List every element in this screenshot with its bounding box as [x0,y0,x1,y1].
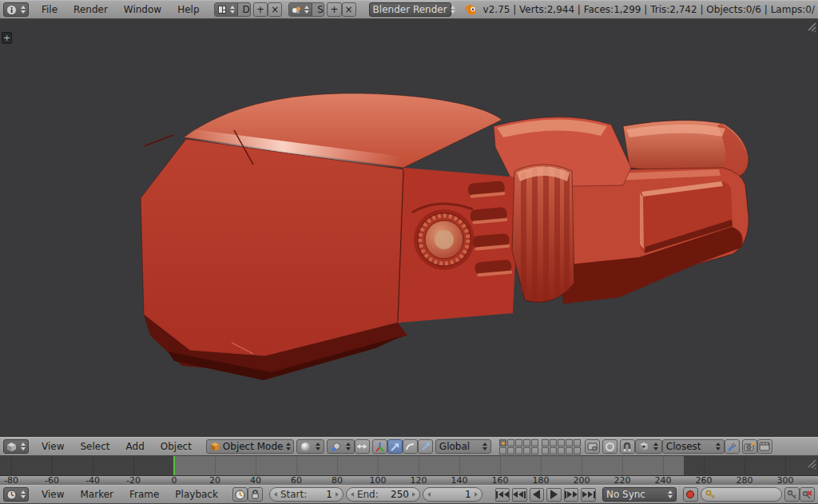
layer-cell[interactable] [574,439,581,446]
ruler-tick-label: 20 [209,475,220,485]
layer-cell[interactable] [515,439,522,446]
snap-element-selector[interactable] [635,439,662,454]
keying-set-field[interactable] [701,487,782,502]
current-frame-value: 1 [465,489,471,500]
preview-range-button[interactable] [232,487,248,502]
timeline-track[interactable] [0,456,818,475]
proportional-edit-button[interactable] [602,439,617,454]
ruler-tick-label: 60 [291,475,302,485]
jump-to-end-button[interactable] [581,488,596,502]
menu-view[interactable]: View [34,438,72,455]
jump-prev-keyframe-button[interactable] [512,488,527,502]
ruler-tick-label: 100 [370,475,387,485]
layer-cell[interactable] [531,439,538,446]
current-frame-field[interactable]: 1 [423,487,482,502]
layers-group-2[interactable] [542,439,581,454]
snap-target-selector[interactable]: Closest [662,439,725,454]
layer-cell[interactable] [542,439,549,446]
add-scene-button[interactable]: + [327,2,341,17]
play-button[interactable] [546,488,562,502]
opengl-render-button[interactable] [742,439,757,454]
mode-selector[interactable]: Object Mode [206,439,294,454]
menu-marker[interactable]: Marker [72,486,121,503]
add-region-button[interactable]: + [2,32,12,44]
end-frame-field[interactable]: End: 250 [346,487,420,502]
opengl-render-anim-button[interactable] [757,439,772,454]
viewport-3d[interactable]: + [0,19,818,437]
mode-value: Object Mode [223,441,284,452]
lock-camera-icon [587,442,598,452]
layer-cell[interactable] [523,447,530,454]
scene-lock-button[interactable] [585,439,600,454]
layer-cell[interactable] [542,447,549,454]
layer-cell[interactable] [550,447,557,454]
frame-gridline [500,456,501,475]
rotate-manipulator-button[interactable] [403,439,418,454]
view3d-editor-selector[interactable] [3,439,29,454]
menu-frame[interactable]: Frame [121,486,167,503]
menu-add[interactable]: Add [118,438,153,455]
menu-render[interactable]: Render [66,1,116,18]
layer-cell[interactable] [566,439,573,446]
close-layout-button[interactable]: × [268,2,282,17]
insert-keyframe-button[interactable] [784,487,800,502]
snap-toggle-button[interactable] [620,439,635,454]
jump-next-keyframe-button[interactable] [564,488,579,502]
snap-self-button[interactable] [725,439,740,454]
screen-layout-selector[interactable]: Default [214,2,252,17]
layer-cell[interactable] [499,447,506,454]
proportional-circle-icon [605,442,615,452]
translate-manipulator-button[interactable] [387,439,403,454]
menu-select[interactable]: Select [72,438,117,455]
layer-cell[interactable] [566,447,573,454]
layer-cell[interactable] [558,439,565,446]
orientation-value: Global [439,441,470,452]
close-scene-button[interactable]: × [342,2,356,17]
play-reverse-button[interactable] [530,488,545,502]
scene-selector[interactable]: Scene [288,2,324,17]
manipulate-center-points-button[interactable] [355,439,370,454]
layer-cell[interactable] [507,439,514,446]
layer-cell[interactable] [558,447,565,454]
menu-tl-view[interactable]: View [34,486,72,503]
delete-keyframe-button[interactable] [800,487,815,502]
menu-file[interactable]: File [34,1,66,18]
auto-keyframe-button[interactable] [683,487,698,502]
viewport-resize-handle[interactable] [804,21,816,34]
transform-orientation-selector[interactable]: Global [435,439,491,454]
menu-object[interactable]: Object [153,438,200,455]
layer-cell[interactable] [499,439,506,446]
scale-manipulator-button[interactable] [418,439,433,454]
menu-help[interactable]: Help [169,1,207,18]
magnet-icon [622,442,632,452]
jump-to-start-button[interactable] [495,488,510,502]
current-frame-indicator[interactable] [173,456,175,475]
model-blaster[interactable] [0,19,818,437]
timeline-editor-selector[interactable] [3,487,29,502]
menu-playback[interactable]: Playback [167,486,226,503]
layer-cell[interactable] [531,447,538,454]
lock-time-button[interactable] [248,487,263,502]
pivot-point-selector[interactable] [327,439,355,454]
ruler-tick-label: 280 [737,475,753,485]
layer-cell[interactable] [523,439,530,446]
timeline-resize-handle[interactable] [804,458,816,470]
layer-cell[interactable] [550,439,557,446]
timeline-ruler[interactable]: -80-60-40-200204060801001201401601802002… [0,475,818,485]
layer-cell[interactable] [515,447,522,454]
ruler-tick-label: -20 [126,475,141,485]
menu-window[interactable]: Window [116,1,169,18]
manipulator-toggle-button[interactable] [372,439,387,454]
sync-mode-selector[interactable]: No Sync [602,487,677,502]
render-engine-selector[interactable]: Blender Render [369,2,451,17]
frame-gridline [745,456,745,475]
viewport-shading-selector[interactable] [296,439,324,454]
preview-clock-icon [235,490,245,500]
start-frame-field[interactable]: Start: 1 [269,487,343,502]
add-layout-button[interactable]: + [253,2,268,17]
info-editor-selector[interactable] [3,2,29,17]
layers-group-1[interactable] [499,439,538,454]
layer-cell[interactable] [574,447,581,454]
ruler-tick-label: 120 [411,475,427,485]
layer-cell[interactable] [507,447,514,454]
